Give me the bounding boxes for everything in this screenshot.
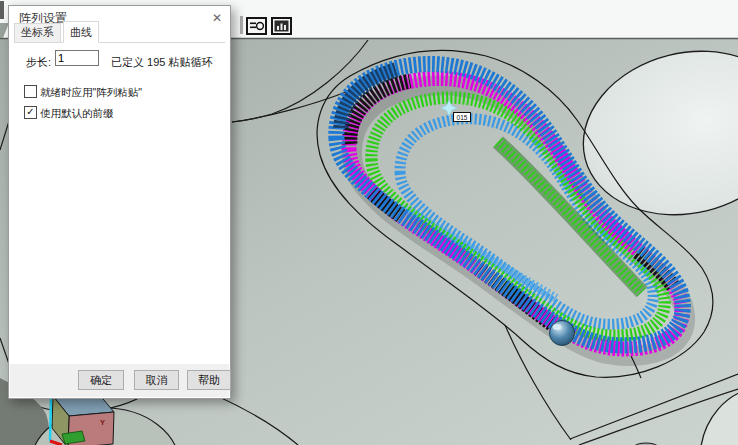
toolbar-separator <box>240 16 243 34</box>
dialog-tab-strip: 坐标系 曲线 <box>14 27 225 43</box>
app-window: 015 Y 阵列设置 ✕ <box>0 0 738 445</box>
help-button[interactable]: 帮助 <box>187 370 231 390</box>
view-cube[interactable]: Y <box>50 393 114 445</box>
display-filter-icon[interactable] <box>246 17 267 35</box>
histogram-icon[interactable] <box>271 17 292 35</box>
apply-array-paste-label: 就绪时应用"阵列粘贴" <box>40 86 142 100</box>
z-axis-edge <box>50 397 51 441</box>
use-default-prefix-checkbox[interactable]: ✓ <box>24 106 37 119</box>
array-settings-dialog: 阵列设置 ✕ 坐标系 曲线 步长: 已定义 195 粘贴循环 就绪时应用"阵列粘… <box>8 5 231 399</box>
use-default-prefix-label: 使用默认的前缀 <box>40 107 114 121</box>
apply-array-paste-checkbox[interactable] <box>24 85 37 98</box>
cancel-button[interactable]: 取消 <box>134 370 179 390</box>
dialog-body: 步长: 已定义 195 粘贴循环 就绪时应用"阵列粘贴" ✓ 使用默认的前缀 <box>10 44 229 364</box>
tab-coordinate-system[interactable]: 坐标系 <box>14 23 61 42</box>
ok-button[interactable]: 确定 <box>78 370 124 390</box>
anchor-sphere-handle[interactable] <box>550 321 575 346</box>
close-icon[interactable]: ✕ <box>212 12 222 24</box>
defined-loops-text: 已定义 195 粘贴循环 <box>111 55 212 70</box>
y-axis-label: Y <box>100 418 105 427</box>
position-tag: 015 <box>454 113 471 122</box>
dialog-footer: 确定 取消 帮助 <box>10 364 229 397</box>
step-input[interactable] <box>55 50 99 66</box>
position-tag-label: 015 <box>457 114 468 121</box>
tab-curve[interactable]: 曲线 <box>63 21 99 43</box>
step-label: 步长: <box>26 55 51 70</box>
